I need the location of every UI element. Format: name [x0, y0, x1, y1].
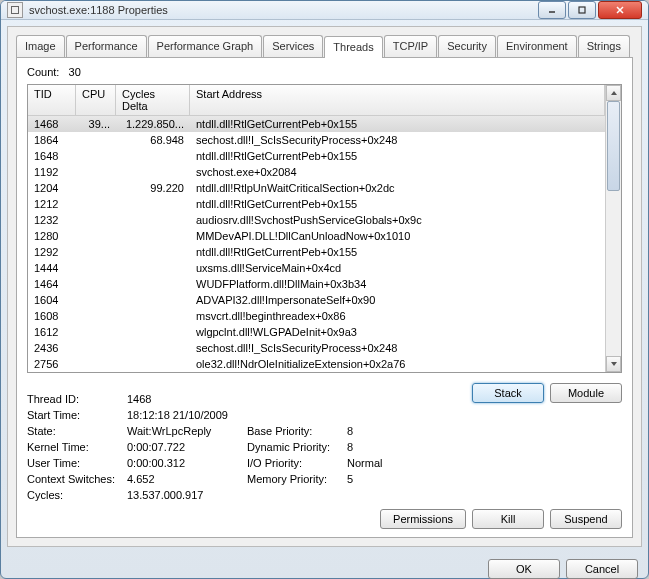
list-body: 146839...1.229.850...ntdll.dll!RtlGetCur… [28, 116, 605, 372]
content-area: ImagePerformancePerformance GraphService… [7, 26, 642, 547]
table-row[interactable]: 1232audiosrv.dll!SvchostPushServiceGloba… [28, 212, 605, 228]
close-button[interactable] [598, 1, 642, 19]
cell-cyc [116, 197, 190, 211]
cell-addr: ntdll.dll!RtlGetCurrentPeb+0x155 [190, 149, 605, 163]
base-priority-label: Base Priority: [247, 425, 347, 437]
cell-cyc [116, 325, 190, 339]
table-row[interactable]: 1192svchost.exe+0x2084 [28, 164, 605, 180]
scroll-down-button[interactable] [606, 356, 621, 372]
table-row[interactable]: 1280MMDevAPI.DLL!DllCanUnloadNow+0x1010 [28, 228, 605, 244]
table-row[interactable]: 1464WUDFPlatform.dll!DllMain+0x3b34 [28, 276, 605, 292]
cell-tid: 1204 [28, 181, 76, 195]
tab-environment[interactable]: Environment [497, 35, 577, 57]
module-button[interactable]: Module [550, 383, 622, 403]
cell-tid: 1864 [28, 133, 76, 147]
thread-id-value: 1468 [127, 393, 247, 405]
table-row[interactable]: 1292ntdll.dll!RtlGetCurrentPeb+0x155 [28, 244, 605, 260]
context-switches-value: 4.652 [127, 473, 247, 485]
cell-addr: wlgpclnt.dll!WLGPADeInit+0x9a3 [190, 325, 605, 339]
cell-cyc: 1.229.850... [116, 117, 190, 131]
table-row[interactable]: 1612wlgpclnt.dll!WLGPADeInit+0x9a3 [28, 324, 605, 340]
cell-cyc [116, 357, 190, 371]
table-row[interactable]: 2436sechost.dll!I_ScIsSecurityProcess+0x… [28, 340, 605, 356]
app-icon [7, 2, 23, 18]
state-value: Wait:WrLpcReply [127, 425, 247, 437]
table-row[interactable]: 146839...1.229.850...ntdll.dll!RtlGetCur… [28, 116, 605, 132]
thread-id-label: Thread ID: [27, 393, 127, 405]
scrollbar-track[interactable] [606, 101, 621, 356]
table-row[interactable]: 186468.948sechost.dll!I_ScIsSecurityProc… [28, 132, 605, 148]
cell-tid: 1212 [28, 197, 76, 211]
cell-tid: 2756 [28, 357, 76, 371]
permissions-button[interactable]: Permissions [380, 509, 466, 529]
table-row[interactable]: 1604ADVAPI32.dll!ImpersonateSelf+0x90 [28, 292, 605, 308]
dialog-buttons: OK Cancel [1, 553, 648, 579]
column-tid[interactable]: TID [28, 85, 76, 115]
tab-threads[interactable]: Threads [324, 36, 382, 58]
minimize-button[interactable] [538, 1, 566, 19]
cell-cpu [76, 181, 116, 195]
list-view: TID CPU Cycles Delta Start Address 14683… [28, 85, 605, 372]
suspend-button[interactable]: Suspend [550, 509, 622, 529]
kernel-time-label: Kernel Time: [27, 441, 127, 453]
stack-button[interactable]: Stack [472, 383, 544, 403]
cell-cyc [116, 245, 190, 259]
cell-tid: 1648 [28, 149, 76, 163]
dynamic-priority-value: 8 [347, 441, 353, 453]
state-label: State: [27, 425, 127, 437]
count-value: 30 [69, 66, 81, 78]
tab-strip: ImagePerformancePerformance GraphService… [16, 35, 633, 58]
column-cpu[interactable]: CPU [76, 85, 116, 115]
table-row[interactable]: 1444uxsms.dll!ServiceMain+0x4cd [28, 260, 605, 276]
tab-tcp-ip[interactable]: TCP/IP [384, 35, 437, 57]
table-row[interactable]: 120499.220ntdll.dll!RtlpUnWaitCriticalSe… [28, 180, 605, 196]
thread-details: Thread ID:1468 Start Time:18:12:18 21/10… [27, 393, 472, 501]
tab-strings[interactable]: Strings [578, 35, 630, 57]
vertical-scrollbar[interactable] [605, 85, 621, 372]
base-priority-value: 8 [347, 425, 353, 437]
tab-security[interactable]: Security [438, 35, 496, 57]
start-time-label: Start Time: [27, 409, 127, 421]
context-switches-label: Context Switches: [27, 473, 127, 485]
cell-addr: MMDevAPI.DLL!DllCanUnloadNow+0x1010 [190, 229, 605, 243]
cell-cpu [76, 277, 116, 291]
kernel-time-value: 0:00:07.722 [127, 441, 247, 453]
cell-cpu [76, 213, 116, 227]
cell-cyc [116, 149, 190, 163]
tab-image[interactable]: Image [16, 35, 65, 57]
maximize-button[interactable] [568, 1, 596, 19]
cell-tid: 1192 [28, 165, 76, 179]
cell-tid: 1444 [28, 261, 76, 275]
titlebar[interactable]: svchost.exe:1188 Properties [1, 1, 648, 20]
column-cycles-delta[interactable]: Cycles Delta [116, 85, 190, 115]
count-line: Count: 30 [27, 66, 622, 78]
tab-performance[interactable]: Performance [66, 35, 147, 57]
cell-addr: svchost.exe+0x2084 [190, 165, 605, 179]
cell-cpu [76, 261, 116, 275]
table-row[interactable]: 1648ntdll.dll!RtlGetCurrentPeb+0x155 [28, 148, 605, 164]
dynamic-priority-label: Dynamic Priority: [247, 441, 347, 453]
memory-priority-label: Memory Priority: [247, 473, 347, 485]
table-row[interactable]: 1608msvcrt.dll!beginthreadex+0x86 [28, 308, 605, 324]
scrollbar-thumb[interactable] [607, 101, 620, 191]
threads-panel: Count: 30 TID CPU Cycles Delta Start Add… [16, 58, 633, 538]
column-start-address[interactable]: Start Address [190, 85, 605, 115]
tab-services[interactable]: Services [263, 35, 323, 57]
cell-addr: WUDFPlatform.dll!DllMain+0x3b34 [190, 277, 605, 291]
cell-addr: ole32.dll!NdrOleInitializeExtension+0x2a… [190, 357, 605, 371]
cell-cyc: 68.948 [116, 133, 190, 147]
scroll-up-button[interactable] [606, 85, 621, 101]
kill-button[interactable]: Kill [472, 509, 544, 529]
table-row[interactable]: 2756ole32.dll!NdrOleInitializeExtension+… [28, 356, 605, 372]
cell-cpu [76, 341, 116, 355]
cell-tid: 1292 [28, 245, 76, 259]
io-priority-label: I/O Priority: [247, 457, 347, 469]
ok-button[interactable]: OK [488, 559, 560, 579]
cycles-label: Cycles: [27, 489, 127, 501]
thread-action-buttons: Permissions Kill Suspend [27, 509, 622, 529]
svg-rect-1 [579, 7, 585, 13]
table-row[interactable]: 1212ntdll.dll!RtlGetCurrentPeb+0x155 [28, 196, 605, 212]
cell-cpu [76, 325, 116, 339]
cancel-button[interactable]: Cancel [566, 559, 638, 579]
tab-performance-graph[interactable]: Performance Graph [148, 35, 263, 57]
